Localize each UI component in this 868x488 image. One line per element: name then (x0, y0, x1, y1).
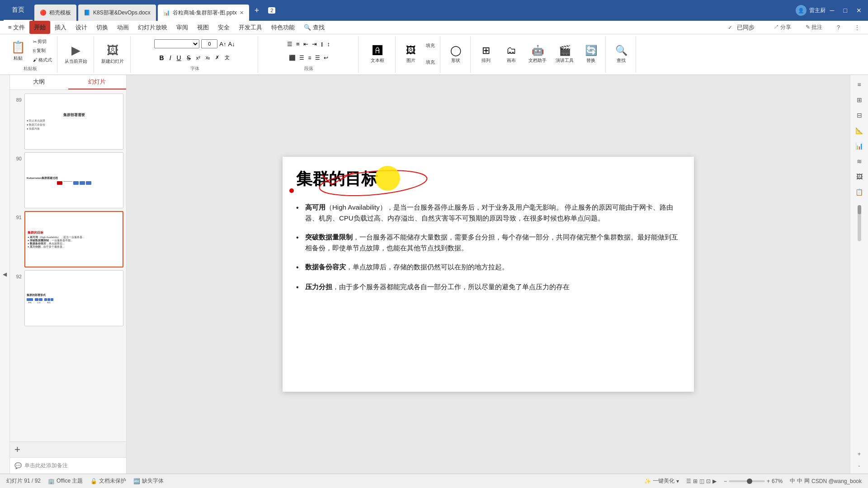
bold-button[interactable]: B (158, 54, 166, 61)
menu-slideshow[interactable]: 幻灯片放映 (133, 21, 172, 34)
numbered-list-button[interactable]: ≡ (295, 41, 301, 47)
slide-canvas[interactable]: 集群的目标 • (283, 157, 694, 392)
missing-font-status[interactable]: 🔤 缺失字体 (133, 477, 164, 485)
increase-font-button[interactable]: A↑ (219, 41, 226, 47)
font-size-input[interactable] (201, 39, 217, 48)
zoom-in-button[interactable]: + (856, 449, 863, 459)
replace-button[interactable]: 🔄 替换 (579, 43, 603, 66)
tab-close-3[interactable]: ✕ (240, 10, 244, 16)
underline-button[interactable]: U (175, 54, 183, 61)
zoom-in-status-button[interactable]: + (767, 478, 770, 484)
slide-editor[interactable]: 集群的目标 • (127, 75, 850, 474)
menu-file[interactable]: ≡ 文件 (4, 21, 29, 34)
textbox-button[interactable]: 🅰 文本框 (366, 43, 389, 66)
image-button[interactable]: 🖼 图片 (399, 43, 423, 66)
doc-protection-status[interactable]: 🔓 文档未保护 (90, 477, 126, 485)
zoom-slider[interactable] (729, 480, 765, 482)
view-list-icon[interactable]: ☰ (686, 478, 691, 484)
menu-developer[interactable]: 开发工具 (234, 21, 267, 34)
right-btn-6[interactable]: ≋ (853, 155, 866, 168)
scrollbar-thumb[interactable] (858, 205, 861, 214)
right-btn-5[interactable]: 📊 (853, 139, 866, 153)
right-scrollbar[interactable] (858, 205, 861, 447)
beautify-button[interactable]: ✨ 一键美化 ▾ (644, 477, 679, 485)
right-btn-7[interactable]: 🖼 (853, 170, 866, 183)
decrease-font-button[interactable]: A↓ (228, 41, 235, 47)
play-button[interactable]: ▶ 从当前开始 (61, 42, 91, 66)
theme-status[interactable]: 🏢 Office 主题 (48, 477, 83, 485)
menu-transition[interactable]: 切换 (92, 21, 113, 34)
play-presentation-icon[interactable]: ▶ (712, 478, 717, 484)
decrease-indent-button[interactable]: ⇤ (302, 41, 310, 47)
superscript-button[interactable]: x² (194, 55, 202, 61)
subscript-button[interactable]: x₂ (204, 55, 212, 61)
bullet-list-button[interactable]: ☰ (286, 41, 294, 47)
right-btn-1[interactable]: ≡ (853, 78, 866, 91)
slide-thumb-89[interactable]: 集群部署需要 ● 防止单点故障● 数据冗余备份● 负载均衡 (24, 94, 123, 150)
font-family-select[interactable] (154, 39, 199, 48)
text-direction-button[interactable]: ↩ (322, 55, 330, 61)
tab-item-1[interactable]: 🔴 稻壳模板 (34, 5, 76, 21)
present-button[interactable]: 🎬 演讲工具 (552, 43, 577, 66)
restore-button[interactable]: □ (841, 7, 850, 14)
format-button[interactable]: 🖌格式式 (31, 56, 54, 64)
align-right-button[interactable]: ≡ (307, 55, 312, 61)
slides-tab[interactable]: 幻灯片 (68, 75, 127, 89)
arrange-button[interactable]: ⊞ 排列 (474, 43, 498, 66)
outline-button[interactable]: 填充 (424, 59, 437, 66)
slide-thumb-92[interactable]: 集群的部署形式 单机 (24, 270, 123, 326)
view-normal-icon[interactable]: ◫ (699, 478, 704, 484)
view-grid-icon[interactable]: ⊞ (693, 478, 698, 484)
menu-features[interactable]: 特色功能 (267, 21, 299, 34)
menu-insert[interactable]: 插入 (50, 21, 71, 34)
find-button[interactable]: 🔍 查找 (609, 43, 633, 66)
menu-security[interactable]: 安全 (213, 21, 234, 34)
slide-thumb-91[interactable]: 集群的目标 ● 高可用（High Availability），是当一台服务器..… (24, 211, 123, 267)
right-btn-4[interactable]: 📐 (853, 124, 866, 137)
columns-button[interactable]: ⫿ (319, 41, 325, 47)
right-btn-3[interactable]: ⊟ (853, 108, 866, 122)
menu-design[interactable]: 设计 (71, 21, 92, 34)
slide-body[interactable]: • 高可用（High Availability），是当一台服务器停止服务后，对于… (296, 202, 680, 383)
zoom-out-status-button[interactable]: − (724, 478, 727, 484)
justify-button[interactable]: ☰ (314, 55, 321, 61)
menu-search[interactable]: 🔍 查找 (299, 21, 329, 34)
paste-button[interactable]: 📋 粘贴 (6, 37, 30, 65)
review-button[interactable]: ✎ 批注 (801, 23, 827, 31)
close-button[interactable]: ✕ (854, 7, 864, 14)
menu-animation[interactable]: 动画 (113, 21, 133, 34)
cut-button[interactable]: ✂剪切 (31, 38, 54, 45)
canvas-button[interactable]: 🗂 画布 (500, 43, 523, 66)
new-slide-button[interactable]: 🖼 新建幻灯片 (98, 42, 127, 66)
minimize-button[interactable]: ─ (827, 7, 837, 14)
right-btn-8[interactable]: 📋 (853, 185, 866, 199)
scrollbar-track[interactable] (858, 205, 861, 241)
align-center-button[interactable]: ☰ (298, 55, 306, 61)
zoom-out-button[interactable]: - (857, 461, 862, 471)
strikethrough-button[interactable]: S̶ (185, 54, 193, 61)
view-reader-icon[interactable]: ⊡ (706, 478, 711, 484)
share-button[interactable]: ↗ 分享 (769, 23, 796, 31)
copy-button[interactable]: ⎘复制 (31, 47, 54, 54)
line-spacing-button[interactable]: ↕ (326, 41, 332, 47)
menu-review[interactable]: 审阅 (172, 21, 193, 34)
more-button[interactable]: ⋮ (850, 24, 864, 31)
menu-view[interactable]: 视图 (193, 21, 213, 34)
slide-thumb-90[interactable]: Kubernetes集群搭建过程 (24, 152, 123, 208)
help-button[interactable]: ? (832, 24, 844, 31)
shape-button[interactable]: ◯ 形状 (444, 43, 467, 66)
menu-start[interactable]: 开始 (29, 21, 50, 34)
increase-indent-button[interactable]: ⇥ (311, 41, 318, 47)
add-slide-button[interactable]: + (14, 444, 20, 455)
char-spacing-button[interactable]: 文 (223, 54, 231, 61)
tab-add-button[interactable]: + (251, 6, 263, 15)
right-btn-2[interactable]: ⊞ (853, 93, 866, 107)
fill-button[interactable]: 填充 (424, 42, 437, 49)
italic-button[interactable]: I (168, 54, 173, 61)
slide-title-area[interactable]: 集群的目标 (296, 168, 680, 190)
tab-item-2[interactable]: 📘 K8S部署&DevOps.docx (78, 5, 156, 21)
outline-tab[interactable]: 大纲 (10, 75, 68, 89)
note-placeholder[interactable]: 单击此处添加备注 (24, 462, 68, 469)
panel-toggle-button[interactable]: ◀ (0, 75, 10, 474)
tab-home[interactable]: 首页 (4, 0, 33, 21)
